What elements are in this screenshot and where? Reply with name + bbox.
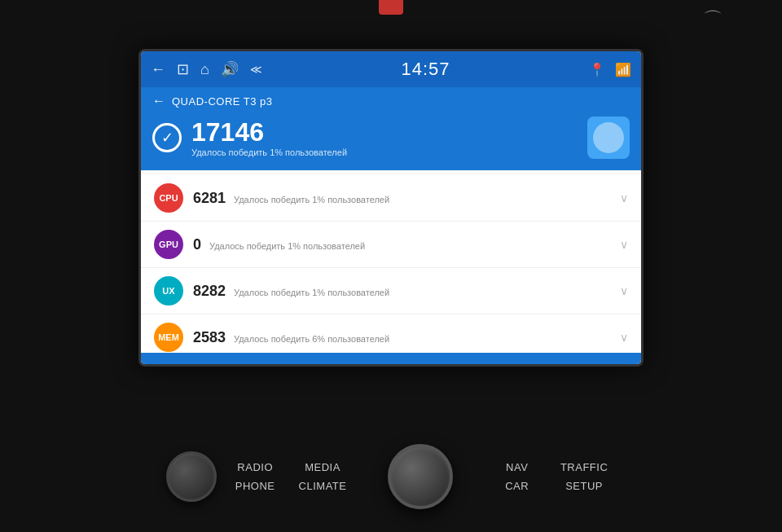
- home-icon[interactable]: ⌂: [200, 61, 209, 78]
- left-knob-area: [166, 451, 217, 502]
- cpu-score: 6281: [193, 190, 226, 207]
- left-buttons-grid: RADIO MEDIA PHONE CLIMATE: [231, 461, 347, 492]
- benchmark-row-ux[interactable]: UX 8282 Удалось победить 1% пользователе…: [141, 268, 641, 314]
- screen-bezel: ← ⊡ ⌂ 🔊 ≪ 14:57 📍 📶 ← QUAD-CORE T3 p3: [138, 49, 644, 367]
- wifi-icon: 📶: [615, 62, 631, 77]
- mem-score: 2583: [193, 329, 226, 346]
- traffic-button[interactable]: TRAFFIC: [560, 461, 608, 473]
- total-score-desc: Удалось победить 1% пользователей: [191, 147, 347, 157]
- benchmark-row-gpu[interactable]: GPU 0 Удалось победить 1% пользователей …: [141, 222, 641, 268]
- screen: ← ⊡ ⌂ 🔊 ≪ 14:57 📍 📶 ← QUAD-CORE T3 p3: [141, 51, 641, 364]
- ux-chevron: ∨: [620, 284, 628, 297]
- gpu-badge: GPU: [154, 230, 183, 259]
- location-icon: 📍: [589, 62, 605, 77]
- gpu-chevron: ∨: [620, 238, 628, 251]
- status-bar-left: ← ⊡ ⌂ 🔊 ≪: [151, 60, 262, 78]
- header-score-row: ✓ 17146 Удалось победить 1% пользователе…: [152, 117, 630, 159]
- climate-button[interactable]: CLIMATE: [299, 480, 347, 492]
- outer-frame: ⌒ ← ⊡ ⌂ 🔊 ≪ 14:57 📍 📶: [0, 0, 782, 532]
- benchmark-row-mem[interactable]: MEM 2583 Удалось победить 6% пользовател…: [141, 314, 641, 353]
- status-bar: ← ⊡ ⌂ 🔊 ≪ 14:57 📍 📶: [141, 51, 641, 87]
- ux-badge: UX: [154, 276, 183, 306]
- bottom-bar: [141, 353, 641, 364]
- right-buttons-grid: NAV TRAFFIC CAR SETUP: [494, 461, 608, 492]
- volume-icon[interactable]: 🔊: [221, 60, 239, 78]
- cpu-desc: Удалось победить 1% пользователей: [234, 195, 389, 204]
- setup-button[interactable]: SETUP: [560, 480, 608, 492]
- mem-info: 2583 Удалось победить 6% пользователей: [193, 329, 620, 346]
- gpu-score: 0: [193, 236, 201, 253]
- cpu-chevron: ∨: [620, 191, 628, 204]
- benchmark-list: CPU 6281 Удалось победить 1% пользовател…: [141, 170, 641, 353]
- center-knob[interactable]: [388, 444, 453, 509]
- nav-button[interactable]: NAV: [494, 461, 541, 473]
- ux-info: 8282 Удалось победить 1% пользователей: [193, 283, 620, 300]
- phone-button[interactable]: PHONE: [231, 480, 279, 492]
- wiper-area: ⌒: [692, 0, 733, 45]
- header-back-icon[interactable]: ←: [152, 94, 165, 108]
- mem-chevron: ∨: [620, 331, 628, 344]
- header: ← QUAD-CORE T3 p3 ✓ 17146 Удалось победи…: [141, 87, 641, 170]
- mem-desc: Удалось победить 6% пользователей: [234, 334, 389, 344]
- total-score: 17146: [191, 119, 347, 145]
- gpu-info: 0 Удалось победить 1% пользователей: [193, 236, 620, 253]
- avatar-circle: [593, 122, 624, 153]
- status-bar-right: 📍 📶: [589, 62, 631, 77]
- car-controls: RADIO MEDIA PHONE CLIMATE NAV TRAFFIC CA…: [0, 444, 782, 509]
- duplicate-icon[interactable]: ⊡: [177, 60, 189, 78]
- radio-button[interactable]: RADIO: [231, 461, 279, 473]
- ux-desc: Удалось победить 1% пользователей: [234, 288, 389, 297]
- left-knob[interactable]: [166, 451, 217, 502]
- mem-badge: MEM: [154, 323, 183, 352]
- back-icon[interactable]: ←: [151, 61, 165, 78]
- menu-icon[interactable]: ≪: [250, 63, 262, 76]
- top-indicator: [379, 0, 403, 15]
- avatar: [587, 117, 630, 159]
- device-name: QUAD-CORE T3 p3: [172, 95, 273, 108]
- cpu-info: 6281 Удалось победить 1% пользователей: [193, 190, 620, 207]
- header-nav: ← QUAD-CORE T3 p3: [152, 94, 630, 108]
- media-button[interactable]: MEDIA: [299, 461, 347, 473]
- ux-score: 8282: [193, 283, 226, 300]
- time-display: 14:57: [401, 59, 450, 80]
- car-button[interactable]: CAR: [494, 480, 541, 492]
- header-score-left: ✓ 17146 Удалось победить 1% пользователе…: [152, 119, 347, 157]
- gpu-desc: Удалось победить 1% пользователей: [209, 241, 365, 251]
- check-mark: ✓: [161, 129, 174, 147]
- score-block: 17146 Удалось победить 1% пользователей: [191, 119, 347, 157]
- cpu-badge: CPU: [154, 183, 183, 213]
- wiper-icon: ⌒: [703, 7, 723, 33]
- check-circle: ✓: [152, 123, 182, 152]
- benchmark-row-cpu[interactable]: CPU 6281 Удалось победить 1% пользовател…: [141, 175, 641, 222]
